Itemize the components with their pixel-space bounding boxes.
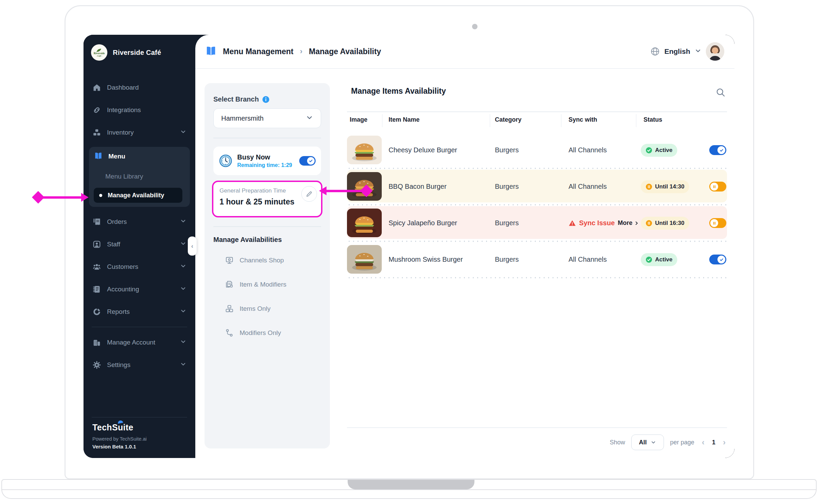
accounting-icon: [92, 285, 101, 294]
availability-item-modifiers-only[interactable]: Modifiers Only: [225, 326, 281, 340]
availability-toggle[interactable]: [709, 218, 726, 228]
clock-icon: [219, 154, 232, 168]
availability-item-label: Modifiers Only: [240, 329, 281, 337]
table-row-cheesy-deluxe-burger: Cheesy Deluxe BurgerBurgers All Channels…: [347, 132, 727, 168]
item-category: Burgers: [495, 132, 519, 168]
building-icon: [92, 338, 101, 347]
brand-logo: Riverside - Café -: [91, 44, 107, 61]
sidebar-collapse-button[interactable]: ‹: [188, 236, 197, 256]
panel-divider: [213, 226, 321, 227]
sidebar-item-dashboard[interactable]: Dashboard: [90, 79, 189, 96]
sidebar-item-reports[interactable]: Reports: [90, 303, 189, 321]
sidebar-item-accounting[interactable]: Accounting: [90, 280, 189, 298]
page-size-select[interactable]: All: [631, 434, 664, 450]
chevron-down-icon: [180, 285, 186, 293]
info-icon[interactable]: [262, 96, 270, 103]
sidebar-item-label: Staff: [107, 241, 120, 248]
toggle-knob-pause-icon: [710, 219, 718, 227]
chevron-down-icon: [180, 361, 186, 369]
column-separator: [382, 114, 382, 127]
sidebar-item-manage-availability[interactable]: Manage Availability: [94, 188, 182, 203]
toggle-knob-check-icon: [717, 256, 725, 263]
sidebar-item-staff[interactable]: Staff: [90, 235, 189, 253]
branch-select[interactable]: Hammersmith: [213, 108, 321, 128]
item-image: [347, 245, 382, 274]
status-label: Until 14:30: [655, 183, 684, 190]
menu-book-icon: [94, 152, 103, 161]
sidebar-item-label: Orders: [107, 218, 127, 226]
breadcrumb-parent[interactable]: Menu Management: [223, 47, 293, 56]
inventory-icon: [92, 128, 101, 137]
table-row-bbq-bacon-burger: BBQ Bacon BurgerBurgers All Channels Unt…: [347, 168, 727, 205]
pagination: Show All per page ‹ 1 ›: [347, 434, 727, 450]
check-circle-icon: [646, 147, 652, 154]
status-label: Until 16:30: [655, 220, 684, 227]
sidebar-item-customers[interactable]: Customers: [90, 258, 189, 276]
select-branch-row: Select Branch: [213, 95, 270, 103]
chevron-down-icon: [306, 114, 313, 123]
annotation-arrowhead-left: [319, 186, 327, 195]
sidebar-footer-divider: [92, 417, 187, 417]
user-avatar[interactable]: [706, 42, 724, 61]
brand-logo-subtext: - Café -: [96, 55, 103, 57]
status-cell: Active: [641, 241, 677, 278]
main-panel: Menu Management › Manage Availability En…: [195, 35, 734, 458]
pause-circle-icon: [646, 183, 652, 190]
sync-cell: All Channels: [569, 241, 607, 278]
availability-toggle[interactable]: [709, 182, 726, 192]
general-prep-time-card: General Preparation Time 1 hour & 25 min…: [212, 181, 322, 217]
availability-toggle[interactable]: [709, 145, 726, 155]
chevron-down-icon: [180, 218, 186, 226]
busy-now-toggle[interactable]: [299, 156, 316, 166]
sidebar-item-menu-library[interactable]: Menu Library: [105, 173, 143, 180]
sidebar-item-settings[interactable]: Settings: [90, 356, 189, 374]
prev-page-button[interactable]: ‹: [700, 438, 706, 447]
search-icon[interactable]: [715, 87, 726, 97]
edit-prep-time-button[interactable]: [301, 186, 317, 202]
sidebar-item-label: Reports: [107, 308, 130, 316]
availability-item-channels-shop[interactable]: Channels Shop: [225, 254, 284, 267]
staff-icon: [92, 240, 101, 249]
topbar: Menu Management › Manage Availability En…: [195, 35, 734, 69]
sidebar-item-inventory[interactable]: Inventory: [90, 124, 189, 141]
chevron-right-icon: ›: [300, 47, 302, 56]
availability-item-items-only[interactable]: Items Only: [225, 302, 271, 316]
burger-photo: [347, 245, 382, 274]
sidebar-item-integrations[interactable]: Integrations: [90, 101, 189, 119]
sidebar-divider: [92, 327, 187, 327]
column-separator: [561, 114, 561, 127]
busy-now-card: Busy Now Remaining time: 1:29: [213, 147, 321, 175]
page-number[interactable]: 1: [712, 439, 715, 446]
panel-divider: [213, 138, 321, 138]
annotation-arrow-shaft: [326, 190, 363, 192]
sidebar-item-orders[interactable]: Orders: [90, 213, 189, 231]
availability-item-label: Item & Modifiers: [240, 281, 286, 288]
availability-item-item-modifiers[interactable]: Item & Modifiers: [225, 278, 286, 291]
sync-value: All Channels: [569, 256, 607, 263]
integrations-icon: [92, 106, 101, 114]
page-title: Manage Items Availability: [351, 87, 446, 96]
topbar-right: English: [650, 42, 724, 61]
settings-icon: [92, 361, 101, 369]
chevron-down-icon[interactable]: [695, 47, 701, 56]
status-cell: Active: [641, 132, 677, 168]
next-page-button[interactable]: ›: [722, 438, 727, 447]
toggle-cell: [709, 168, 726, 205]
status-cell: Until 14:30: [641, 168, 689, 205]
powered-by-label: Powered by TechSuite.ai: [92, 436, 147, 442]
branch-select-value: Hammersmith: [221, 114, 263, 122]
burger-photo: [347, 209, 382, 237]
sidebar-item-menu[interactable]: Menu: [94, 152, 125, 161]
globe-icon: [650, 47, 660, 56]
sidebar-item-label: Manage Account: [107, 339, 155, 346]
annotation-arrowhead-right: [81, 193, 89, 202]
language-selector[interactable]: English: [664, 47, 690, 56]
laptop-base-bottom: [1, 489, 817, 499]
menu-book-icon: [205, 45, 217, 58]
items-only-icon: [225, 304, 234, 313]
sidebar-item-manage-account[interactable]: Manage Account: [90, 334, 189, 351]
availability-toggle[interactable]: [709, 255, 726, 264]
chevron-right-icon: [634, 221, 639, 226]
sync-more-link[interactable]: More: [618, 219, 639, 227]
home-icon: [92, 83, 101, 92]
